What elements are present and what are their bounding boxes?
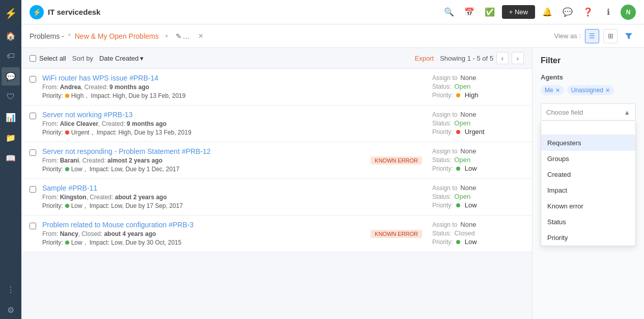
problem-title-4[interactable]: Problem related to Mouse configuration #… <box>42 221 193 229</box>
filter-tag-unassigned-close[interactable]: ✕ <box>605 87 610 94</box>
row-status-3: Open <box>454 193 470 200</box>
priority-dot-4 <box>65 241 69 245</box>
sidebar-book[interactable]: 📖 <box>2 149 20 167</box>
topbar-actions: 🔍 📅 ✅ + New 🔔 💬 ❓ ℹ N <box>441 4 636 20</box>
check-icon[interactable]: ✅ <box>482 4 498 20</box>
main-content: ⚡ IT servicedesk 🔍 📅 ✅ + New 🔔 💬 ❓ ℹ N P… <box>21 0 644 319</box>
info-icon[interactable]: ℹ <box>600 4 617 20</box>
sidebar: ⚡ 🏠 🏷 💬 🛡 📊 📁 📖 ⋮ ⚙ <box>0 0 21 319</box>
row-checkbox-4[interactable] <box>30 223 36 229</box>
sidebar-tags[interactable]: 🏷 <box>2 47 20 65</box>
dropdown-item[interactable]: Priority <box>541 230 635 246</box>
showing-count: Showing 1 - 5 of 5 <box>440 55 493 62</box>
close-filter-icon[interactable]: ✕ <box>198 32 204 40</box>
list-view-btn[interactable]: ☰ <box>585 29 599 43</box>
assign-label-row-4: Assign to None <box>432 221 524 228</box>
assign-label-row-2: Assign to None <box>432 147 524 155</box>
row-status-4: Closed <box>454 229 474 237</box>
table-row: Server not working #PRB-13 From: Alice C… <box>21 105 532 142</box>
row-assign-0: Assign to None Status: Open Priority: Hi… <box>432 74 524 100</box>
dropdown-item[interactable]: Impact <box>541 182 635 198</box>
sidebar-chart[interactable]: 📊 <box>2 108 20 126</box>
chat-bubble-icon[interactable]: 💬 <box>559 4 576 20</box>
row-priority-4: Priority: Low, Impact: Low, Due by 30 Oc… <box>42 239 365 246</box>
calendar-icon[interactable]: 📅 <box>461 4 478 20</box>
search-icon[interactable]: 🔍 <box>441 4 457 20</box>
subheader: Problems - * New & My Open Problems ▾ ✎…… <box>21 24 644 48</box>
app-name: IT servicedesk <box>48 8 100 16</box>
badge-known-error: KNOWN ERROR <box>371 230 422 238</box>
problem-title-3[interactable]: Sample #PRB-11 <box>42 184 97 192</box>
row-priority-value-3: Low <box>465 201 477 209</box>
question-icon[interactable]: ❓ <box>580 4 596 20</box>
problems-container: WiFi router has WPS issue #PRB-14 From: … <box>21 69 532 252</box>
filter-tag-unassigned-label: Unassigned <box>571 87 603 94</box>
sort-dropdown[interactable]: Date Created ▾ <box>99 55 144 62</box>
sidebar-chat[interactable]: 💬 <box>2 67 20 86</box>
row-checkbox-1[interactable] <box>30 113 36 119</box>
row-main-0: WiFi router has WPS issue #PRB-14 From: … <box>42 74 426 99</box>
row-checkbox-0[interactable] <box>30 76 36 83</box>
row-priority-value-4: Low <box>465 238 477 246</box>
filter-toggle-btn[interactable] <box>622 29 636 43</box>
page-next-btn[interactable]: › <box>512 52 524 64</box>
sidebar-shield[interactable]: 🛡 <box>2 88 20 106</box>
problem-title-1[interactable]: Server not working #PRB-13 <box>42 111 132 119</box>
sidebar-logo: ⚡ <box>2 4 20 22</box>
export-button[interactable]: Export <box>415 55 434 62</box>
filter-tag-me-close[interactable]: ✕ <box>555 87 560 94</box>
row-title-wrap: Sample #PRB-11 <box>42 184 426 192</box>
sidebar-dots[interactable]: ⋮ <box>2 280 20 299</box>
list-toolbar: Select all Sort by Date Created ▾ Export… <box>21 48 532 69</box>
dropdown-items-container: RequestersGroupsCreatedImpactKnown error… <box>541 135 635 246</box>
row-title-wrap: Server not working #PRB-13 <box>42 111 426 119</box>
page-prev-btn[interactable]: ‹ <box>496 52 509 64</box>
bell-icon[interactable]: 🔔 <box>539 4 555 20</box>
app-logo: ⚡ IT servicedesk <box>30 5 100 19</box>
assign-label-row-0: Assign to None <box>432 74 524 82</box>
svg-marker-0 <box>625 33 632 39</box>
row-checkbox-3[interactable] <box>30 186 36 193</box>
row-assign-4: Assign to None Status: Closed Priority: … <box>432 221 524 247</box>
row-priority-3: Priority: Low, Impact: Low, Due by 17 Se… <box>42 202 426 209</box>
breadcrumb-dropdown-icon[interactable]: ▾ <box>165 32 169 40</box>
problem-title-2[interactable]: Server not responding - Problem Statemen… <box>42 147 211 155</box>
dropdown-item[interactable]: Requesters <box>541 135 635 151</box>
assign-label-row-3: Assign to None <box>432 184 524 192</box>
dropdown-item[interactable]: Known error <box>541 198 635 214</box>
dropdown-item[interactable]: Groups <box>541 151 635 167</box>
filter-tag-me: Me ✕ <box>541 85 564 95</box>
row-assign-2: Assign to None Status: Open Priority: Lo… <box>432 147 524 173</box>
dropdown-search-input[interactable] <box>541 121 635 135</box>
assign-label-row-1: Assign to None <box>432 111 524 118</box>
dropdown-item[interactable]: Created <box>541 167 635 182</box>
problems-list: Select all Sort by Date Created ▾ Export… <box>21 48 532 319</box>
problem-title-0[interactable]: WiFi router has WPS issue #PRB-14 <box>42 74 158 82</box>
pagination: Showing 1 - 5 of 5 ‹ › <box>440 52 524 64</box>
grid-view-btn[interactable]: ⊞ <box>603 29 618 43</box>
row-priority-dot-4 <box>456 240 460 244</box>
priority-label-4: Low <box>71 239 82 246</box>
choose-field-btn[interactable]: Choose field ▲ <box>541 103 636 121</box>
table-row: WiFi router has WPS issue #PRB-14 From: … <box>21 69 532 105</box>
priority-dot-2 <box>65 167 69 171</box>
avatar[interactable]: N <box>621 5 636 20</box>
dropdown-item[interactable]: Status <box>541 214 635 230</box>
row-meta-2: From: Barani, Created: almost 2 years ag… <box>42 157 365 164</box>
select-all-label: Select all <box>39 55 66 62</box>
row-checkbox-2[interactable] <box>30 149 36 156</box>
sidebar-settings[interactable]: ⚙ <box>2 301 20 319</box>
edit-dots-icon[interactable]: ✎… <box>176 32 191 40</box>
row-meta-3: From: Kingston, Created: about 2 years a… <box>42 194 426 201</box>
row-assign-3: Assign to None Status: Open Priority: Lo… <box>432 184 524 210</box>
row-status-0: Open <box>454 83 470 90</box>
breadcrumb-link[interactable]: New & My Open Problems <box>75 32 159 40</box>
sidebar-folder[interactable]: 📁 <box>2 128 20 147</box>
table-row: Problem related to Mouse configuration #… <box>21 216 532 252</box>
row-priority-0: Priority: High, Impact: High, Due by 13 … <box>42 92 426 99</box>
sidebar-home[interactable]: 🏠 <box>2 26 20 45</box>
new-button[interactable]: + New <box>502 5 535 19</box>
row-title-wrap: Server not responding - Problem Statemen… <box>42 147 365 155</box>
row-status-1: Open <box>454 119 470 127</box>
select-all-checkbox[interactable] <box>30 55 36 62</box>
